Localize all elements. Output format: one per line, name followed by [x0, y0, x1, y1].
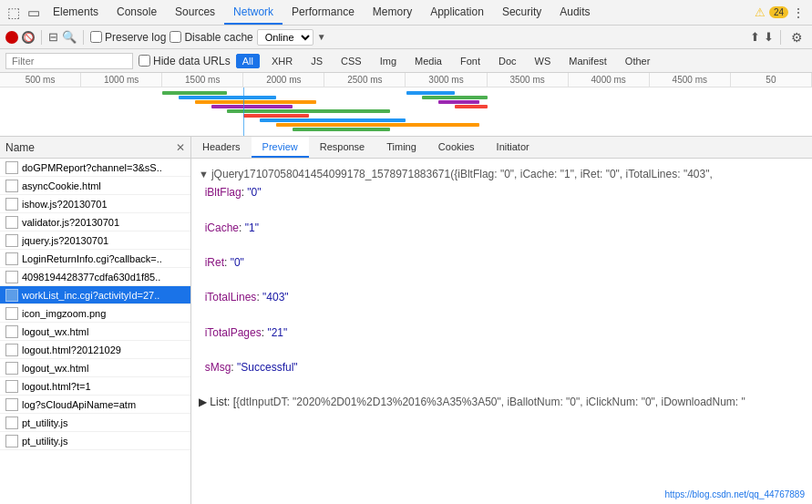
hide-data-urls-checkbox[interactable] — [139, 55, 150, 67]
file-name: pt_utility.js — [22, 436, 68, 447]
disable-cache-label[interactable]: Disable cache — [170, 31, 252, 44]
json-line-ibltflag: iBltFlag: "0" — [199, 184, 805, 201]
url-bar: https://blog.csdn.net/qq_44767889 — [665, 488, 805, 502]
tab-audits[interactable]: Audits — [550, 0, 599, 25]
filter-type-js[interactable]: JS — [304, 54, 329, 68]
list-item[interactable]: logout.html?t=1 — [0, 377, 190, 396]
tab-headers[interactable]: Headers — [191, 137, 252, 158]
filter-type-doc[interactable]: Doc — [492, 54, 523, 68]
list-item[interactable]: pt_utility.js — [0, 414, 190, 432]
tab-security[interactable]: Security — [493, 0, 550, 25]
file-name: logout_wx.html — [22, 363, 88, 374]
tab-network[interactable]: Network — [224, 0, 283, 25]
export-icon[interactable]: ⬇ — [764, 30, 774, 44]
file-icon — [5, 435, 18, 447]
tab-sources[interactable]: Sources — [166, 0, 224, 25]
list-item-selected[interactable]: workList_inc.cgi?activityId=27.. — [0, 286, 190, 304]
device-icon[interactable]: ▭ — [24, 3, 44, 23]
tab-application[interactable]: Application — [421, 0, 493, 25]
file-name: logout_wx.html — [22, 326, 88, 337]
list-item[interactable]: asyncCookie.html — [0, 177, 190, 195]
file-icon — [5, 216, 18, 229]
file-icon — [5, 362, 18, 375]
json-line-iret: iRet: "0" — [199, 254, 805, 272]
file-name: ishow.js?20130701 — [22, 199, 108, 210]
import-icon[interactable]: ⬆ — [750, 30, 760, 44]
detail-tabs: Headers Preview Response Timing Cookies … — [191, 137, 812, 159]
tab-timing[interactable]: Timing — [375, 137, 427, 158]
list-item[interactable]: logout_wx.html — [0, 323, 190, 341]
tab-memory[interactable]: Memory — [364, 0, 421, 25]
settings-button[interactable]: ⚙ — [787, 28, 807, 46]
filter-input[interactable] — [5, 53, 133, 69]
file-icon — [5, 180, 18, 192]
filter-type-other[interactable]: Other — [619, 54, 657, 68]
filter-type-xhr[interactable]: XHR — [265, 54, 299, 68]
tick-0: 500 ms — [0, 73, 81, 87]
file-icon — [5, 344, 18, 356]
list-item[interactable]: logout.html?20121029 — [0, 341, 190, 359]
tick-7: 4000 ms — [569, 73, 650, 87]
list-item[interactable]: LoginReturnInfo.cgi?callback=.. — [0, 250, 190, 268]
search-icon[interactable]: 🔍 — [62, 30, 77, 44]
filter-type-css[interactable]: CSS — [334, 54, 368, 68]
filter-type-media[interactable]: Media — [408, 54, 448, 68]
file-name: icon_imgzoom.png — [22, 308, 106, 319]
disable-cache-checkbox[interactable] — [170, 31, 181, 43]
preserve-log-label[interactable]: Preserve log — [90, 31, 166, 44]
record-button[interactable] — [5, 31, 18, 44]
tab-performance[interactable]: Performance — [283, 0, 364, 25]
main-tabs: Elements Console Sources Network Perform… — [44, 0, 600, 25]
list-item[interactable]: doGPMReport?channel=3&sS.. — [0, 159, 190, 177]
function-call-line: ▼ jQuery17107058041454099178_15789718836… — [199, 169, 713, 180]
inspect-icon[interactable]: ⬚ — [4, 3, 24, 23]
file-name: asyncCookie.html — [22, 180, 101, 191]
list-item[interactable]: validator.js?20130701 — [0, 213, 190, 231]
filter-icon[interactable]: ⊟ — [48, 30, 58, 44]
close-panel-button[interactable]: ✕ — [176, 141, 185, 154]
throttle-select[interactable]: Online — [257, 29, 313, 46]
file-icon — [5, 234, 18, 247]
file-name: LoginReturnInfo.cgi?callback=.. — [22, 253, 162, 264]
list-item[interactable]: pt_utility.js — [0, 432, 190, 450]
file-icon — [5, 198, 18, 211]
file-name: doGPMReport?channel=3&sS.. — [22, 162, 162, 173]
more-options-icon[interactable]: ⋮ — [788, 4, 808, 22]
timeline-bars — [0, 87, 812, 137]
tab-response[interactable]: Response — [309, 137, 376, 158]
warning-icon: ⚠ — [755, 5, 766, 19]
throttle-dropdown-arrow: ▼ — [317, 32, 326, 42]
clear-button[interactable]: 🚫 — [22, 31, 35, 44]
filter-type-all[interactable]: All — [236, 54, 260, 68]
tab-initiator[interactable]: Initiator — [486, 137, 540, 158]
filter-type-manifest[interactable]: Manifest — [562, 54, 613, 68]
tab-console[interactable]: Console — [108, 0, 166, 25]
list-item[interactable]: jquery.js?20130701 — [0, 231, 190, 250]
list-item[interactable]: ishow.js?20130701 — [0, 195, 190, 213]
list-item[interactable]: icon_imgzoom.png — [0, 304, 190, 323]
list-item[interactable]: logout_wx.html — [0, 359, 190, 377]
preserve-log-checkbox[interactable] — [90, 31, 102, 43]
file-name: pt_utility.js — [22, 417, 68, 428]
filter-type-img[interactable]: Img — [374, 54, 403, 68]
preserve-log-text: Preserve log — [105, 31, 166, 44]
tab-preview[interactable]: Preview — [252, 137, 309, 158]
tab-cookies[interactable]: Cookies — [427, 137, 486, 158]
tick-5: 3000 ms — [406, 73, 487, 87]
detail-panel: Headers Preview Response Timing Cookies … — [191, 137, 812, 504]
filter-type-ws[interactable]: WS — [529, 54, 558, 68]
json-line-list[interactable]: ▶ List: [{dtInputDT: "2020%2D01%2D13%201… — [199, 394, 805, 411]
tab-elements[interactable]: Elements — [44, 0, 108, 25]
file-list-panel: Name ✕ doGPMReport?channel=3&sS.. asyncC… — [0, 137, 191, 504]
network-toolbar: 🚫 ⊟ 🔍 Preserve log Disable cache Online … — [0, 26, 812, 49]
list-item[interactable]: log?sCloudApiName=atm — [0, 396, 190, 414]
name-column-header: Name — [5, 141, 176, 154]
json-line-itotallines: iTotalLines: "403" — [199, 289, 805, 306]
file-icon — [5, 398, 18, 411]
file-icon — [5, 417, 18, 429]
filter-type-font[interactable]: Font — [454, 54, 487, 68]
hide-data-urls-label[interactable]: Hide data URLs — [139, 55, 231, 67]
warning-badge: 24 — [769, 6, 788, 18]
list-item[interactable]: 4098194428377cdfa630d1f85.. — [0, 268, 190, 286]
hide-data-urls-text: Hide data URLs — [153, 55, 231, 67]
